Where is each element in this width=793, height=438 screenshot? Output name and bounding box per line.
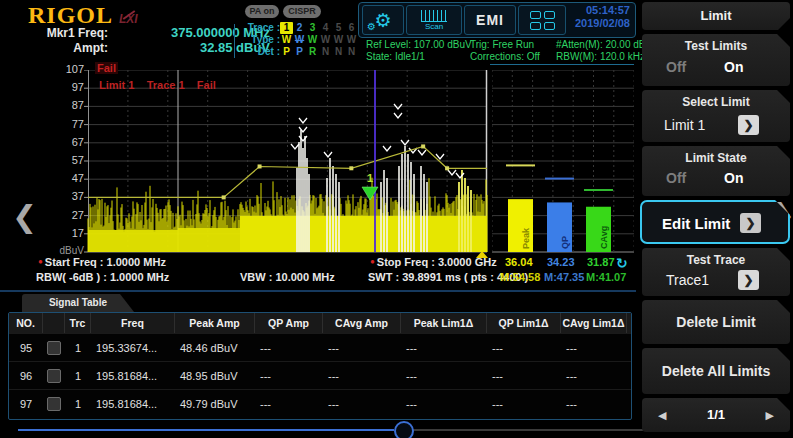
limit-state-button[interactable]: Limit State Off On [642, 146, 790, 196]
table-cell: 1 [65, 342, 91, 354]
trace-indicator[interactable]: P [293, 46, 306, 58]
select-limit-value: Limit 1 [664, 117, 705, 133]
scrollbar-track-filled[interactable] [18, 429, 394, 431]
trace-indicator[interactable]: 5 [332, 22, 345, 34]
trace-indicator[interactable]: N [345, 46, 358, 58]
row-checkbox-cell [43, 341, 65, 355]
trace-indicator[interactable]: N [332, 46, 345, 58]
test-trace-button[interactable]: Test Trace Trace1 ❯ [642, 248, 790, 296]
svg-text:CAvg: CAvg [599, 226, 609, 249]
cispr-chip[interactable]: CISPR [283, 5, 321, 18]
pager-next-icon[interactable]: ▶ [766, 398, 774, 432]
table-column-header: QP Amp [255, 313, 323, 333]
red-dot-icon: ● [370, 257, 375, 266]
system-settings-button[interactable]: ⚙ ⚙ [362, 5, 404, 35]
table-column-header: QP Lim1Δ [487, 313, 561, 333]
select-limit-submenu-chevron[interactable]: ❯ [738, 115, 759, 135]
svg-text:QP: QP [560, 236, 570, 249]
select-limit-button[interactable]: Select Limit Limit 1 ❯ [642, 90, 790, 142]
qp-meter-value: 34.23 [547, 256, 575, 268]
left-page-chevron[interactable]: ❮ [12, 202, 37, 232]
pager-prev-icon[interactable]: ◀ [658, 398, 666, 432]
rigol-logo: RIGOL [28, 2, 113, 29]
table-cell: 1 [65, 370, 91, 382]
trace-indicator[interactable]: N [319, 46, 332, 58]
pa-on-chip[interactable]: PA on [245, 5, 279, 18]
spectrum-plot: 1 [84, 70, 488, 253]
edit-limit-button[interactable]: Edit Limit ❯ [640, 200, 790, 244]
emi-mode-button[interactable]: EMI [464, 5, 516, 35]
marker-ampt-label: Ampt: [30, 41, 108, 55]
table-cell: 195.81684... [91, 398, 175, 410]
cavg-meter-value: 31.87 [587, 256, 615, 268]
table-row[interactable]: 951195.33674...48.46 dBuV--------------- [9, 333, 631, 361]
row-checkbox[interactable] [47, 397, 61, 411]
cavg-meter-max: M:41.07 [586, 271, 626, 283]
test-limits-button[interactable]: Test Limits Off On [642, 34, 790, 86]
test-trace-value: Trace1 [666, 272, 709, 288]
y-axis-tick: 17 [56, 228, 84, 239]
test-trace-submenu-chevron[interactable]: ❯ [738, 270, 759, 290]
row-checkbox[interactable] [47, 369, 61, 383]
signal-table-tab[interactable]: Signal Table [22, 294, 134, 312]
delete-limit-button[interactable]: Delete Limit [642, 300, 790, 344]
table-cell: --- [255, 370, 323, 382]
trace-indicator[interactable]: P [280, 46, 293, 58]
signal-table: NO.TrcFreqPeak AmpQP AmpCAvg AmpPeak Lim… [8, 312, 632, 420]
delete-all-limits-button[interactable]: Delete All Limits [642, 348, 790, 394]
trace-indicator[interactable]: 4 [319, 22, 332, 34]
meter-refresh-icon[interactable]: ↻ [616, 255, 628, 271]
table-cell: 95 [9, 342, 43, 354]
test-limits-on[interactable]: On [724, 59, 743, 75]
test-limits-label: Test Limits [642, 34, 790, 53]
edit-limit-submenu-chevron[interactable]: ❯ [740, 213, 761, 233]
trace-indicator[interactable]: R [306, 46, 319, 58]
test-limits-off[interactable]: Off [666, 59, 686, 75]
status-ref-level: Ref Level: 107.00 dBuV [366, 39, 472, 51]
table-cell: 195.33674... [91, 342, 175, 354]
table-cell: --- [487, 342, 561, 354]
y-axis-unit: dBuV [56, 245, 84, 256]
y-axis-tick: 87 [56, 100, 84, 111]
table-column-header: Peak Amp [175, 313, 255, 333]
y-axis-tick: 107 [56, 64, 84, 75]
trace-indicator[interactable]: 1 [280, 22, 293, 34]
table-row[interactable]: 961195.81684...48.95 dBuV--------------- [9, 361, 631, 389]
clock: 05:14:57 2019/02/08 [564, 4, 630, 30]
table-column-header: Freq [91, 313, 175, 333]
trace-indicator[interactable]: W [306, 34, 319, 46]
meters-top-border [490, 64, 634, 65]
trace-indicator[interactable]: W [319, 34, 332, 46]
trace-indicator[interactable]: W [332, 34, 345, 46]
select-limit-label: Select Limit [642, 90, 790, 109]
limit-state-off[interactable]: Off [666, 170, 686, 186]
peak-meter-value: 36.04 [505, 256, 533, 268]
trace-indicator[interactable]: 2 [293, 22, 306, 34]
svg-text:1: 1 [367, 172, 373, 184]
trace-indicator[interactable]: W [345, 34, 358, 46]
menu-pager: ◀ 1/1 ▶ [642, 398, 790, 432]
row-checkbox[interactable] [47, 341, 61, 355]
start-freq-readout: ●Start Freq : 1.0000 MHz [38, 256, 166, 268]
table-cell: 1 [65, 398, 91, 410]
signal-table-body: 951195.33674...48.46 dBuV---------------… [9, 333, 631, 417]
table-row[interactable]: 971195.81684...49.79 dBuV--------------- [9, 389, 631, 417]
trace-indicator[interactable]: 3 [306, 22, 319, 34]
scrollbar-handle[interactable] [394, 421, 414, 438]
table-column-header: Trc [65, 313, 91, 333]
edit-limit-label: Edit Limit [662, 215, 730, 232]
scan-button[interactable]: Scan [406, 5, 462, 35]
trace-indicator[interactable]: W [280, 34, 293, 46]
row-checkbox-cell [43, 397, 65, 411]
trace-indicator[interactable]: W [293, 34, 306, 46]
table-cell: --- [561, 342, 627, 354]
table-cell: --- [323, 342, 401, 354]
y-axis-tick: 77 [56, 119, 84, 130]
trace-info-row-label: Type : [240, 34, 280, 46]
window-grid-icon [530, 11, 555, 30]
row-checkbox-cell [43, 369, 65, 383]
window-layout-button[interactable] [518, 5, 566, 35]
trace-indicator[interactable]: 6 [345, 22, 358, 34]
limit-state-on[interactable]: On [724, 170, 743, 186]
header-divider [234, 24, 235, 58]
